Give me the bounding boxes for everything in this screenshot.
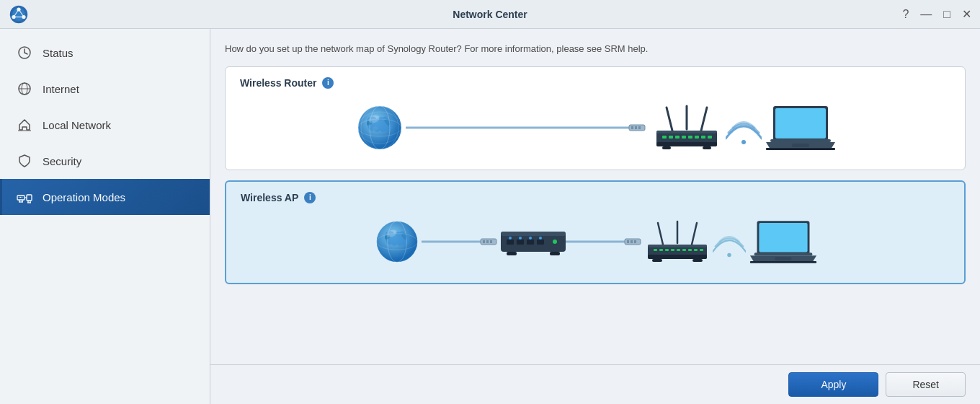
sidebar: Status Internet Local Network — [0, 29, 210, 404]
wireless-ap-title: Wireless AP i — [241, 192, 950, 203]
svg-rect-23 — [27, 195, 32, 201]
wireless-router-diagram — [240, 99, 950, 157]
svg-rect-103 — [648, 255, 707, 259]
content-body: How do you set up the network map of Syn… — [210, 29, 980, 364]
sidebar-item-local-network-label: Local Network — [43, 119, 111, 131]
cable-internet-to-hub — [422, 234, 501, 249]
svg-rect-96 — [665, 249, 669, 251]
svg-rect-43 — [656, 131, 717, 133]
svg-rect-48 — [688, 136, 692, 139]
internet-globe-icon — [17, 81, 32, 97]
sidebar-item-status-label: Status — [43, 47, 74, 59]
svg-rect-60 — [792, 144, 809, 147]
svg-point-106 — [727, 252, 731, 257]
svg-rect-54 — [703, 146, 711, 149]
sidebar-item-local-network[interactable]: Local Network — [0, 107, 210, 143]
svg-rect-44 — [662, 136, 667, 139]
sidebar-item-operation-modes[interactable]: Operation Modes — [0, 179, 210, 215]
svg-rect-87 — [631, 240, 633, 243]
sidebar-item-security[interactable]: Security — [0, 143, 210, 179]
wifi-waves-router — [726, 102, 762, 153]
svg-rect-111 — [775, 257, 791, 260]
svg-point-55 — [741, 140, 746, 144]
laptop-ap — [749, 216, 818, 267]
svg-rect-72 — [501, 232, 566, 236]
svg-rect-109 — [754, 252, 813, 255]
minimize-button[interactable]: — — [920, 9, 932, 20]
svg-rect-38 — [638, 126, 641, 129]
window-title: Network Center — [453, 9, 527, 20]
svg-rect-98 — [677, 249, 680, 251]
svg-rect-88 — [634, 240, 636, 243]
internet-globe — [354, 102, 406, 154]
svg-point-19 — [19, 197, 19, 198]
sidebar-item-internet[interactable]: Internet — [0, 71, 210, 107]
svg-line-91 — [692, 223, 697, 245]
svg-rect-104 — [652, 259, 662, 262]
svg-point-80 — [539, 237, 542, 240]
ap-router-device — [645, 217, 710, 266]
help-button[interactable]: ? — [902, 9, 909, 20]
svg-rect-37 — [635, 126, 637, 129]
wifi-waves-ap — [713, 217, 746, 266]
svg-rect-51 — [708, 136, 712, 139]
svg-rect-99 — [682, 249, 686, 251]
sidebar-item-status[interactable]: Status — [0, 35, 210, 71]
svg-rect-102 — [700, 249, 703, 251]
svg-rect-58 — [770, 139, 831, 142]
wireless-router-info-icon[interactable]: i — [322, 77, 334, 89]
svg-rect-73 — [507, 240, 514, 245]
svg-rect-105 — [692, 259, 703, 262]
wireless-ap-info-icon[interactable]: i — [304, 192, 316, 203]
wireless-router-card[interactable]: Wireless Router i — [225, 66, 966, 170]
close-button[interactable]: ✕ — [962, 9, 971, 20]
svg-rect-52 — [656, 142, 717, 146]
main-layout: Status Internet Local Network — [0, 29, 980, 404]
svg-point-78 — [519, 237, 522, 240]
svg-rect-69 — [486, 240, 489, 243]
svg-rect-110 — [750, 260, 816, 263]
svg-line-89 — [658, 223, 663, 245]
svg-rect-59 — [766, 148, 835, 150]
svg-rect-49 — [695, 136, 699, 139]
svg-rect-100 — [688, 249, 692, 251]
svg-rect-93 — [648, 245, 707, 247]
svg-rect-76 — [537, 240, 544, 245]
svg-rect-74 — [517, 240, 524, 245]
maximize-button[interactable]: □ — [943, 9, 950, 20]
shield-icon — [17, 153, 32, 169]
wireless-router-title: Wireless Router i — [240, 77, 950, 89]
wireless-ap-card[interactable]: Wireless AP i — [225, 180, 966, 284]
svg-rect-95 — [659, 249, 663, 251]
apply-button[interactable]: Apply — [788, 372, 878, 397]
svg-rect-97 — [671, 249, 674, 251]
svg-point-79 — [529, 237, 532, 240]
svg-line-10 — [24, 53, 27, 54]
svg-rect-57 — [775, 108, 826, 139]
reset-button[interactable]: Reset — [886, 372, 966, 397]
description-text: How do you set up the network map of Syn… — [225, 42, 966, 56]
svg-point-21 — [22, 197, 22, 198]
svg-rect-94 — [654, 249, 657, 251]
svg-rect-50 — [701, 136, 705, 139]
svg-rect-108 — [759, 223, 807, 252]
svg-point-20 — [20, 197, 21, 198]
laptop-router — [765, 102, 837, 154]
svg-rect-70 — [490, 240, 492, 243]
wireless-router-device — [651, 102, 723, 154]
app-icon — [9, 4, 29, 25]
home-icon — [17, 117, 32, 133]
titlebar: Network Center ? — □ ✕ — [0, 0, 980, 29]
svg-rect-101 — [694, 249, 698, 251]
sidebar-item-internet-label: Internet — [43, 83, 79, 95]
network-hub — [501, 226, 566, 258]
cable-internet-to-router — [406, 120, 651, 135]
svg-point-77 — [509, 237, 512, 240]
svg-rect-83 — [550, 252, 560, 255]
cable-hub-to-ap-router — [566, 234, 645, 249]
svg-rect-68 — [483, 240, 485, 243]
titlebar-left — [9, 4, 29, 25]
svg-rect-75 — [527, 240, 534, 245]
sidebar-item-operation-modes-label: Operation Modes — [43, 191, 125, 203]
ap-internet-globe — [373, 217, 422, 266]
